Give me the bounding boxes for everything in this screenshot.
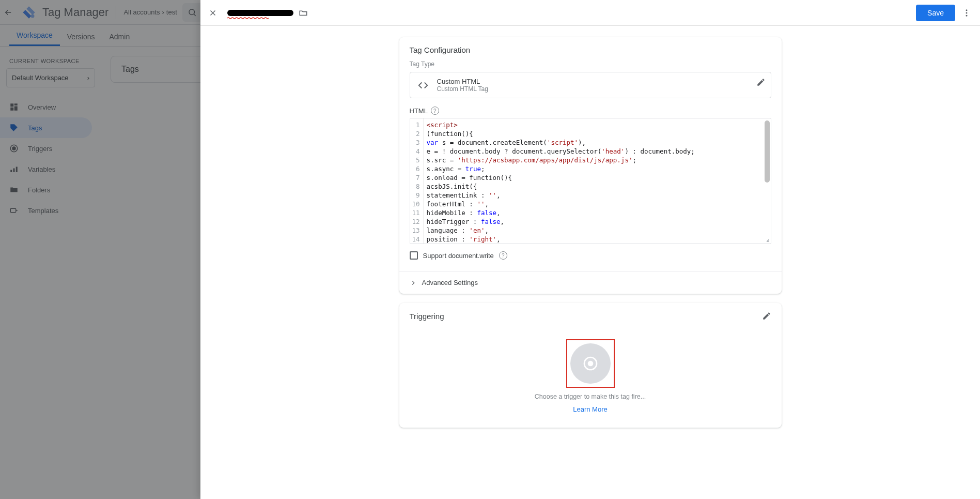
code-token: hideMobile : — [427, 209, 477, 217]
html-code-editor[interactable]: 12345678910111213141516171819 <script> (… — [410, 118, 771, 244]
triggering-card: Triggering Choose a trigger to make this… — [399, 303, 782, 428]
code-token: 'https://acsbapp.com/apps/app/dist/js/ap… — [458, 156, 633, 164]
code-token: , — [496, 209, 501, 217]
chevron-right-icon — [410, 279, 417, 286]
svg-point-12 — [966, 9, 968, 11]
edit-tag-type-button[interactable] — [756, 78, 766, 87]
code-token: footerHtml : — [427, 200, 477, 208]
tag-configuration-title: Tag Configuration — [399, 37, 782, 61]
panel-header: Save — [200, 0, 980, 26]
code-token: ; — [632, 156, 636, 164]
code-token: 'head' — [601, 147, 625, 155]
more-options-button[interactable] — [958, 5, 975, 21]
add-trigger-button[interactable] — [570, 343, 611, 384]
advanced-settings-label: Advanced Settings — [422, 279, 478, 286]
panel-body: Tag Configuration Tag Type Custom HTML C… — [200, 26, 980, 499]
code-token: , — [501, 218, 505, 225]
code-token: , — [496, 235, 501, 243]
code-token: true — [465, 165, 481, 173]
code-token: 'right' — [469, 235, 496, 243]
code-token: , — [485, 200, 489, 208]
svg-point-14 — [966, 14, 968, 16]
code-token: 'en' — [469, 226, 485, 234]
code-token: language : — [427, 226, 470, 234]
tag-type-name: Custom HTML — [437, 78, 488, 85]
code-token: (function(){ — [427, 130, 473, 138]
code-token: hideTrigger : — [427, 218, 481, 225]
code-token: e = ! document.body ? document.querySele… — [427, 147, 602, 155]
tag-type-label: Tag Type — [410, 61, 771, 68]
save-button[interactable]: Save — [916, 5, 955, 21]
code-content[interactable]: <script> (function(){ var s = document.c… — [424, 118, 771, 244]
code-gutter: 12345678910111213141516171819 — [410, 118, 424, 244]
modal-backdrop[interactable] — [0, 0, 200, 499]
code-token: s.async = — [427, 165, 465, 173]
close-button[interactable] — [206, 6, 220, 20]
code-token: 'script' — [547, 139, 578, 146]
tag-configuration-card: Tag Configuration Tag Type Custom HTML C… — [399, 37, 782, 294]
code-token: acsbJS.init({ — [427, 183, 477, 190]
resize-handle-icon[interactable] — [763, 235, 770, 243]
checkbox[interactable] — [410, 251, 418, 260]
help-icon[interactable]: ? — [431, 107, 439, 115]
code-token: statementLink : — [427, 191, 489, 199]
code-token: '' — [477, 200, 485, 208]
folder-outline-icon[interactable] — [299, 8, 308, 18]
tag-editor-panel: Save Tag Configuration Tag Type Custom H… — [200, 0, 980, 499]
edit-triggering-button[interactable] — [762, 311, 771, 321]
triggering-title: Triggering — [410, 312, 444, 321]
code-token: s.onload = function(){ — [427, 174, 512, 182]
trigger-highlight-box — [566, 339, 615, 388]
tag-type-subtitle: Custom HTML Tag — [437, 85, 488, 93]
support-document-write-label: Support document.write — [423, 252, 494, 260]
code-token: <script> — [427, 121, 458, 129]
trigger-empty-state: Choose a trigger to make this tag fire..… — [399, 327, 782, 428]
svg-point-13 — [966, 12, 968, 13]
advanced-settings-toggle[interactable]: Advanced Settings — [399, 271, 782, 294]
code-token: false — [481, 218, 501, 225]
help-icon[interactable]: ? — [499, 251, 507, 260]
tag-name-field[interactable] — [227, 8, 308, 18]
code-token: var — [427, 139, 439, 146]
code-token: s.src = — [427, 156, 458, 164]
trigger-hint-text: Choose a trigger to make this tag fire..… — [535, 393, 646, 400]
svg-point-16 — [587, 361, 593, 367]
learn-more-link[interactable]: Learn More — [573, 405, 607, 413]
support-document-write-row[interactable]: Support document.write ? — [410, 251, 771, 260]
code-token: '' — [489, 191, 496, 199]
html-field-label: HTML — [410, 107, 428, 115]
trigger-icon — [582, 355, 599, 372]
tag-name-redacted — [227, 10, 293, 16]
code-token: ) : document.body; — [625, 147, 694, 155]
code-token: ; — [481, 165, 485, 173]
code-token: s = document.createElement( — [438, 139, 547, 146]
code-token: , — [485, 226, 489, 234]
code-token: position : — [427, 235, 470, 243]
code-token: , — [496, 191, 501, 199]
tag-type-selector[interactable]: Custom HTML Custom HTML Tag — [410, 72, 771, 98]
code-token: false — [477, 209, 496, 217]
scrollbar[interactable] — [765, 120, 770, 183]
code-token: ), — [578, 139, 586, 146]
spellcheck-underline — [227, 17, 269, 19]
code-brackets-icon — [416, 79, 430, 92]
